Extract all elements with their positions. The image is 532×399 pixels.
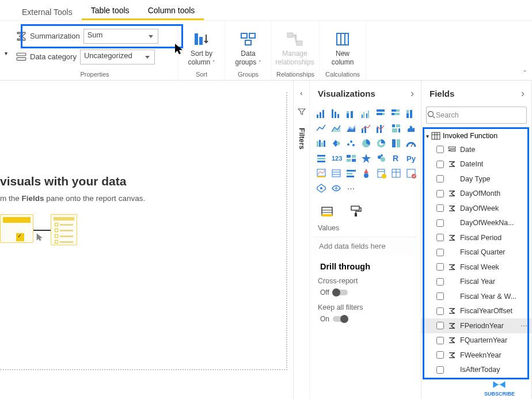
chevron-right-icon[interactable]: ›	[411, 88, 414, 100]
filters-rail[interactable]: ‹ Filters	[294, 81, 310, 399]
viz-type-button[interactable]	[359, 166, 373, 180]
cross-report-toggle[interactable]: Off	[320, 288, 421, 297]
field-item[interactable]: DayOfMonth	[421, 187, 531, 202]
fields-well-icon[interactable]	[320, 204, 334, 218]
fields-search-input[interactable]	[436, 107, 526, 123]
field-item[interactable]: Fiscal Year & W...	[421, 289, 531, 304]
viz-type-button[interactable]	[374, 166, 388, 180]
field-checkbox[interactable]	[436, 175, 444, 183]
viz-type-button[interactable]	[344, 121, 358, 135]
viz-type-button[interactable]	[314, 136, 328, 150]
viz-type-button[interactable]	[359, 151, 373, 165]
values-drop-zone[interactable]: Add data fields here	[313, 237, 417, 255]
viz-type-button[interactable]: R	[389, 151, 403, 165]
viz-type-button[interactable]	[329, 166, 343, 180]
viz-type-button[interactable]	[329, 181, 343, 195]
viz-more-button[interactable]: ⋯	[344, 181, 358, 195]
field-item[interactable]: Fiscal Year	[421, 275, 531, 290]
chevron-left-icon: ‹	[300, 89, 302, 97]
viz-type-button[interactable]	[404, 136, 418, 150]
field-checkbox[interactable]	[436, 366, 444, 374]
viz-type-button[interactable]	[314, 181, 328, 195]
field-checkbox[interactable]	[436, 322, 444, 329]
viz-type-button[interactable]	[314, 166, 328, 180]
more-icon[interactable]: ⋯	[520, 322, 528, 330]
sigma-icon	[447, 263, 457, 271]
field-item[interactable]: IsAfterToday	[421, 363, 531, 378]
viz-type-button[interactable]	[314, 107, 328, 120]
viz-type-button[interactable]	[404, 107, 418, 120]
viz-type-button[interactable]	[359, 121, 373, 135]
chevron-right-icon[interactable]: ›	[521, 88, 525, 100]
collapse-ribbon-button[interactable]: ⌃	[522, 69, 527, 77]
field-item[interactable]: FiscalYearOffset	[421, 304, 531, 319]
svg-rect-8	[297, 41, 302, 45]
viz-type-button[interactable]	[374, 107, 388, 120]
keep-filters-toggle[interactable]: On	[320, 315, 421, 323]
viz-type-button[interactable]	[389, 166, 403, 180]
viz-type-button[interactable]	[359, 107, 373, 120]
fields-search[interactable]	[426, 107, 527, 124]
report-canvas[interactable]: visuals with your data m the Fields pane…	[0, 81, 294, 399]
field-checkbox[interactable]	[436, 278, 444, 286]
manage-relationships-button[interactable]: Managerelationships	[276, 26, 313, 66]
data-category-dropdown[interactable]: Uncategorized	[80, 50, 155, 64]
field-item[interactable]: DayOfWeek	[421, 201, 531, 216]
field-checkbox[interactable]	[436, 219, 444, 227]
viz-type-button[interactable]	[389, 121, 403, 135]
sigma-icon	[447, 160, 457, 168]
field-checkbox[interactable]	[436, 263, 444, 271]
viz-type-button[interactable]	[374, 136, 388, 150]
field-item[interactable]: Fiscal Week	[421, 260, 531, 275]
field-checkbox[interactable]	[436, 234, 444, 241]
field-item[interactable]: DayOfWeekNa...	[421, 216, 531, 231]
sigma-icon	[16, 31, 26, 41]
field-checkbox[interactable]	[436, 146, 444, 153]
svg-rect-61	[317, 161, 325, 162]
viz-type-button[interactable]: Py	[404, 151, 418, 165]
field-item[interactable]: Day Type	[421, 172, 531, 187]
viz-type-button[interactable]	[374, 151, 388, 165]
field-checkbox[interactable]	[436, 190, 444, 197]
tab-table-tools[interactable]: Table tools	[82, 1, 139, 20]
field-checkbox[interactable]	[436, 351, 444, 359]
tab-external-tools[interactable]: External Tools	[13, 3, 82, 20]
field-checkbox[interactable]	[436, 204, 444, 212]
viz-type-button[interactable]	[344, 107, 358, 120]
field-item[interactable]: FWeeknYear	[421, 348, 531, 363]
field-item[interactable]: Date	[421, 142, 531, 157]
field-checkbox[interactable]	[436, 161, 444, 168]
viz-type-button[interactable]	[329, 121, 343, 135]
viz-type-button[interactable]	[374, 121, 388, 135]
viz-type-button[interactable]	[344, 136, 358, 150]
field-checkbox[interactable]	[436, 307, 444, 315]
format-roller-icon[interactable]	[349, 204, 363, 218]
fields-table-row[interactable]: ▾ Invoked Function	[421, 130, 531, 142]
viz-type-button[interactable]	[389, 136, 403, 150]
viz-type-button[interactable]	[404, 121, 418, 135]
viz-type-button[interactable]	[359, 136, 373, 150]
field-item[interactable]: FPeriodnYear⋯	[421, 318, 531, 333]
viz-type-button[interactable]	[389, 107, 403, 120]
name-dropdown-stub[interactable]: ▾	[0, 21, 12, 80]
field-checkbox[interactable]	[436, 249, 444, 256]
viz-type-button[interactable]	[329, 107, 343, 120]
data-groups-button[interactable]: Datagroups ˅	[230, 26, 267, 66]
viz-type-button[interactable]	[344, 151, 358, 165]
new-column-button[interactable]: Newcolumn	[324, 26, 361, 66]
sort-by-column-button[interactable]: Sort bycolumn ˅	[183, 26, 220, 66]
field-item[interactable]: FQuarternYear	[421, 333, 531, 348]
viz-type-button[interactable]	[404, 166, 418, 180]
field-item[interactable]: Fiscal Quarter	[421, 245, 531, 260]
viz-type-button[interactable]	[314, 151, 328, 165]
field-checkbox[interactable]	[436, 337, 444, 344]
viz-type-button[interactable]	[344, 166, 358, 180]
field-item[interactable]: DateInt	[421, 157, 531, 172]
tab-column-tools[interactable]: Column tools	[139, 1, 204, 20]
viz-type-button[interactable]	[329, 136, 343, 150]
field-item[interactable]: Fiscal Period	[421, 230, 531, 245]
field-checkbox[interactable]	[436, 292, 444, 300]
viz-type-button[interactable]: 123	[329, 151, 343, 165]
viz-type-button[interactable]	[314, 121, 328, 135]
summarization-dropdown[interactable]: Sum	[83, 29, 158, 44]
